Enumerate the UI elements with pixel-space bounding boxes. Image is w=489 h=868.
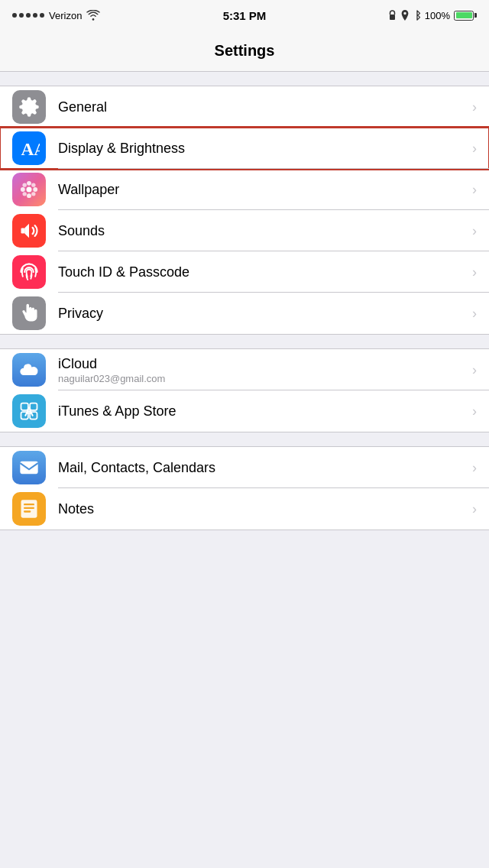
itunes-label: iTunes & App Store xyxy=(58,403,466,419)
wallpaper-icon-wrapper xyxy=(12,173,46,206)
svg-point-8 xyxy=(31,183,35,186)
svg-point-10 xyxy=(31,192,35,196)
touchid-chevron: › xyxy=(472,264,477,280)
privacy-icon-wrapper xyxy=(12,296,46,330)
settings-item-wallpaper[interactable]: Wallpaper › xyxy=(0,169,489,210)
itunes-icon-wrapper xyxy=(12,394,46,428)
svg-rect-11 xyxy=(21,228,25,234)
nav-bar: Settings xyxy=(0,31,489,72)
notes-icon-wrapper xyxy=(12,492,46,526)
svg-point-3 xyxy=(27,181,31,186)
general-icon-wrapper xyxy=(12,90,46,124)
fingerprint-icon xyxy=(18,261,40,283)
sounds-chevron: › xyxy=(472,223,477,239)
notes-label: Notes xyxy=(58,501,466,517)
lock-icon xyxy=(388,10,397,21)
status-time: 5:31 PM xyxy=(223,9,267,22)
privacy-chevron: › xyxy=(472,306,477,322)
touchid-icon-wrapper xyxy=(12,255,46,289)
settings-item-privacy[interactable]: Privacy › xyxy=(0,293,489,334)
status-right: 100% xyxy=(388,10,477,21)
display-text: Display & Brightness xyxy=(58,141,466,157)
general-text: General xyxy=(58,99,466,115)
itunes-text: iTunes & App Store xyxy=(58,403,466,419)
sounds-icon-wrapper xyxy=(12,214,46,248)
svg-point-7 xyxy=(22,183,26,186)
status-left: Verizon xyxy=(12,10,100,21)
settings-item-display-brightness[interactable]: AA Display & Brightness › xyxy=(0,128,489,169)
touchid-text: Touch ID & Passcode xyxy=(58,264,466,280)
settings-item-icloud[interactable]: iCloud naguilar023@gmail.com › xyxy=(0,349,489,390)
svg-rect-13 xyxy=(30,403,37,410)
icloud-chevron: › xyxy=(472,362,477,378)
mail-icon xyxy=(18,457,40,478)
privacy-text: Privacy xyxy=(58,306,466,322)
mail-label: Mail, Contacts, Calendars xyxy=(58,460,466,476)
section-separator-bottom xyxy=(0,530,489,561)
page-title: Settings xyxy=(215,42,275,60)
svg-rect-16 xyxy=(20,462,37,474)
display-icon-wrapper: AA xyxy=(12,131,46,165)
section-separator-3 xyxy=(0,432,489,446)
display-label: Display & Brightness xyxy=(58,141,466,157)
settings-item-sounds[interactable]: Sounds › xyxy=(0,210,489,251)
mail-text: Mail, Contacts, Calendars xyxy=(58,460,466,476)
section-separator-top xyxy=(0,72,489,86)
wifi-icon xyxy=(86,10,100,21)
icloud-label: iCloud xyxy=(58,356,466,372)
settings-item-notes[interactable]: Notes › xyxy=(0,488,489,530)
general-label: General xyxy=(58,99,466,115)
svg-point-4 xyxy=(27,193,31,198)
sounds-label: Sounds xyxy=(58,223,466,239)
carrier-label: Verizon xyxy=(49,10,82,21)
mail-icon-wrapper xyxy=(12,451,46,484)
privacy-label: Privacy xyxy=(58,306,466,322)
icloud-icon-wrapper xyxy=(12,353,46,387)
appstore-icon xyxy=(18,400,40,422)
svg-text:AA: AA xyxy=(21,139,40,159)
wallpaper-text: Wallpaper xyxy=(58,182,466,198)
battery-icon xyxy=(454,11,477,21)
settings-item-touch-id[interactable]: Touch ID & Passcode › xyxy=(0,251,489,293)
settings-group-1: General › AA Display & Brightness › xyxy=(0,86,489,335)
settings-item-mail[interactable]: Mail, Contacts, Calendars › xyxy=(0,447,489,488)
signal-dots xyxy=(12,13,44,18)
settings-group-3: Mail, Contacts, Calendars › Notes › xyxy=(0,446,489,530)
display-chevron: › xyxy=(472,141,477,157)
svg-point-5 xyxy=(21,187,25,192)
icloud-text: iCloud naguilar023@gmail.com xyxy=(58,356,466,384)
display-icon: AA xyxy=(18,138,40,159)
icloud-subtitle: naguilar023@gmail.com xyxy=(58,373,466,384)
itunes-chevron: › xyxy=(472,403,477,419)
notes-text: Notes xyxy=(58,501,466,517)
gear-icon xyxy=(18,96,40,118)
location-icon xyxy=(400,10,410,21)
flower-icon xyxy=(18,179,40,200)
icloud-icon xyxy=(18,359,40,381)
status-bar: Verizon 5:31 PM 100% xyxy=(0,0,489,31)
touchid-label: Touch ID & Passcode xyxy=(58,264,466,280)
wallpaper-label: Wallpaper xyxy=(58,182,466,198)
wallpaper-chevron: › xyxy=(472,182,477,198)
bluetooth-icon xyxy=(413,10,421,21)
mail-chevron: › xyxy=(472,460,477,476)
hand-icon xyxy=(18,303,40,324)
sound-icon xyxy=(18,220,40,241)
svg-point-2 xyxy=(27,187,32,193)
general-chevron: › xyxy=(472,99,477,115)
notes-icon xyxy=(18,498,40,520)
section-separator-2 xyxy=(0,335,489,348)
svg-point-9 xyxy=(22,192,26,196)
settings-group-2: iCloud naguilar023@gmail.com › iTunes & … xyxy=(0,348,489,432)
svg-rect-0 xyxy=(390,15,395,20)
notes-chevron: › xyxy=(472,501,477,517)
svg-point-6 xyxy=(33,187,37,192)
svg-rect-12 xyxy=(21,403,28,410)
battery-percent: 100% xyxy=(425,10,450,21)
settings-item-general[interactable]: General › xyxy=(0,86,489,128)
sounds-text: Sounds xyxy=(58,223,466,239)
settings-item-itunes[interactable]: iTunes & App Store › xyxy=(0,390,489,432)
